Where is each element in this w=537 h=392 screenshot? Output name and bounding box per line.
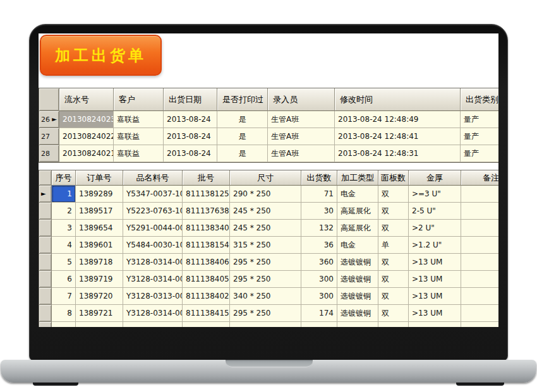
cell-gold_thickness[interactable]: >=3 U" (409, 186, 461, 203)
cell-qty[interactable]: 132 (301, 220, 337, 237)
cell-process_type[interactable]: 高延展化 (337, 220, 378, 237)
cell-order_no[interactable]: 1389517 (76, 203, 123, 220)
cell-size[interactable]: 315 * 250 (230, 237, 301, 254)
cell-printed[interactable]: 是 (217, 145, 268, 162)
cell-qty[interactable]: 71 (301, 186, 337, 203)
cell-panels[interactable]: 双 (378, 271, 409, 288)
cell-batch_no[interactable]: 8111384068 (183, 254, 230, 271)
cell-customer[interactable]: 嘉联益 (114, 111, 164, 128)
cell-batch_no[interactable]: 8111381542 (183, 237, 230, 254)
cell-batch_no[interactable]: 8111384029 (183, 288, 230, 305)
cell-serial[interactable]: 20130824022 (59, 128, 114, 145)
cell-process_type[interactable]: 选镀镀铜 (337, 288, 378, 305)
cell-remark[interactable] (461, 288, 498, 305)
cell-seq[interactable]: 2 (52, 203, 76, 220)
cell-size[interactable]: 295 * 250 (230, 254, 301, 271)
cell-gold_thickness[interactable]: >13 UM (409, 271, 461, 288)
cell-qty[interactable]: 36 (301, 237, 337, 254)
row-selector[interactable] (39, 220, 52, 237)
cell-order_no[interactable]: 1389289 (76, 186, 123, 203)
cell-panels[interactable]: 双 (378, 305, 409, 322)
cell-printed[interactable]: 是 (217, 111, 268, 128)
cell-part_no[interactable]: Y3128-0314-000 (123, 271, 183, 288)
cell-seq[interactable]: 7 (52, 288, 76, 305)
row-selector[interactable] (39, 271, 52, 288)
cell-gold_thickness[interactable]: >2 U" (409, 220, 461, 237)
cell-size[interactable]: 295 * 250 (230, 305, 301, 322)
cell-batch_no[interactable]: 8111384059 (183, 271, 230, 288)
cell-seq[interactable]: 8 (52, 305, 76, 322)
row-selector[interactable] (39, 254, 52, 271)
cell-process_type[interactable]: 电金 (337, 237, 378, 254)
cell-ship_date[interactable]: 2013-08-24 (164, 145, 217, 162)
cell-ship_date[interactable]: 2013-08-24 (164, 128, 217, 145)
cell-panels[interactable]: 单 (378, 237, 409, 254)
cell-part_no[interactable]: Y3128-0314-000 (123, 254, 183, 271)
cell-ship_date[interactable]: 2013-08-24 (164, 111, 217, 128)
cell-size[interactable]: 245 * 250 (230, 220, 301, 237)
cell-order_no[interactable]: 1389654 (76, 220, 123, 237)
cell-gold_thickness[interactable]: >13 UM (409, 288, 461, 305)
cell-ship_type[interactable]: 量产 (461, 111, 498, 128)
cell-order_no[interactable]: 1389601 (76, 237, 123, 254)
cell-part_no[interactable]: Y5347-0037-100 (123, 186, 183, 203)
cell-part_no[interactable]: Y3128-0313-000 (123, 288, 183, 305)
cell-remark[interactable] (461, 220, 498, 237)
cell-remark[interactable] (461, 271, 498, 288)
cell-modified[interactable]: 2013-08-24 12:48:41 (335, 128, 461, 145)
cell-ship_type[interactable]: 量产 (461, 145, 498, 162)
cell-order_no[interactable]: 1389721 (76, 305, 123, 322)
row-selector[interactable] (39, 237, 52, 254)
cell-qty[interactable]: 174 (301, 305, 337, 322)
shipment-order-title-button[interactable]: 加工出货单 (40, 35, 162, 76)
cell-gold_thickness[interactable]: >13 UM (409, 254, 461, 271)
cell-gold_thickness[interactable]: 2-5 U" (409, 203, 461, 220)
row-selector[interactable] (39, 322, 52, 327)
row-selector[interactable]: 26► (39, 111, 59, 128)
cell-size[interactable]: 290 * 250 (230, 186, 301, 203)
cell-modified[interactable]: 2013-08-24 12:48:31 (335, 145, 461, 162)
row-selector[interactable]: 28 (39, 145, 59, 162)
cell-remark[interactable] (461, 237, 498, 254)
cell-batch_no[interactable]: 8111376383 (183, 203, 230, 220)
cell-qty[interactable]: 300 (301, 271, 337, 288)
cell-part_no[interactable]: Y5484-0030-100 (123, 237, 183, 254)
cell-process_type[interactable]: 电金 (337, 186, 378, 203)
row-selector[interactable] (39, 288, 52, 305)
cell-remark[interactable] (461, 203, 498, 220)
cell-seq[interactable]: 5 (52, 254, 76, 271)
cell-panels[interactable]: 双 (378, 220, 409, 237)
cell-order_no[interactable]: 1389720 (76, 288, 123, 305)
cell-gold_thickness[interactable]: >1.2 U" (409, 237, 461, 254)
cell-customer[interactable]: 嘉联益 (114, 128, 164, 145)
cell-remark[interactable] (461, 305, 498, 322)
row-selector[interactable]: ► (39, 186, 52, 203)
row-selector[interactable] (39, 203, 52, 220)
cell-batch_no[interactable]: 8111383404 (183, 220, 230, 237)
cell-remark[interactable] (461, 254, 498, 271)
cell-qty[interactable]: 360 (301, 254, 337, 271)
cell-process_type[interactable]: 选镀镀铜 (337, 271, 378, 288)
cell-panels[interactable]: 双 (378, 254, 409, 271)
cell-serial[interactable]: 20130824023 (59, 111, 114, 128)
cell-size[interactable]: 295 * 250 (230, 271, 301, 288)
cell-serial[interactable]: 20130824021 (59, 145, 114, 162)
cell-seq[interactable]: 6 (52, 271, 76, 288)
cell-entry_clerk[interactable]: 生管A班 (268, 145, 335, 162)
cell-qty[interactable]: 30 (301, 203, 337, 220)
cell-ship_type[interactable]: 量产 (461, 128, 498, 145)
cell-process_type[interactable]: 高延展化 (337, 203, 378, 220)
cell-process_type[interactable]: 选镀镀铜 (337, 254, 378, 271)
cell-order_no[interactable]: 1389718 (76, 254, 123, 271)
cell-part_no[interactable]: Y3128-0314-000 (123, 305, 183, 322)
cell-remark[interactable] (461, 186, 498, 203)
cell-seq[interactable]: 1 (52, 186, 76, 203)
cell-batch_no[interactable]: 8111384150 (183, 305, 230, 322)
row-selector[interactable] (39, 305, 52, 322)
cell-panels[interactable]: 双 (378, 203, 409, 220)
cell-seq[interactable]: 4 (52, 237, 76, 254)
cell-modified[interactable]: 2013-08-24 12:48:49 (335, 111, 461, 128)
cell-printed[interactable]: 是 (217, 128, 268, 145)
cell-process_type[interactable]: 选镀镀铜 (337, 305, 378, 322)
cell-qty[interactable]: 300 (301, 288, 337, 305)
